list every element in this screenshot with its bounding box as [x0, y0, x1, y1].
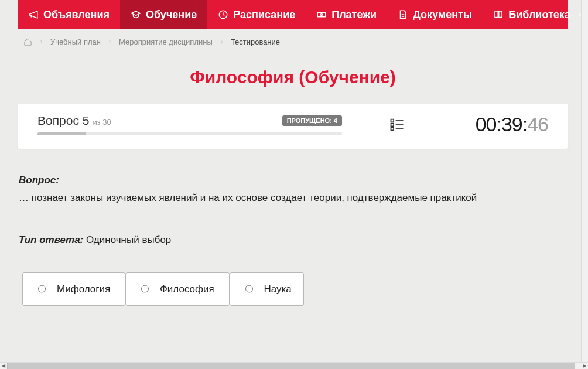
- timer-main: 00:39:: [476, 113, 528, 135]
- nav-label: Документы: [413, 9, 472, 21]
- scroll-track[interactable]: [7, 363, 581, 370]
- nav-label: Расписание: [233, 9, 295, 21]
- nav-announcements[interactable]: Объявления: [18, 0, 120, 29]
- vertical-scrollbar[interactable]: [581, 0, 588, 362]
- breadcrumb: Учебный план Мероприятие дисциплины Тест…: [18, 29, 568, 52]
- chevron-right-icon: [107, 39, 113, 45]
- nav-payments[interactable]: Платежи: [306, 0, 387, 29]
- scroll-thumb[interactable]: [7, 363, 575, 370]
- breadcrumb-link[interactable]: Мероприятие дисциплины: [119, 37, 213, 46]
- answer-option[interactable]: Философия: [125, 272, 230, 306]
- answer-type-value: Одиночный выбор: [86, 234, 171, 245]
- question-total: из 30: [93, 118, 111, 127]
- question-list-button[interactable]: [389, 117, 405, 133]
- timer-seconds: 46: [527, 113, 548, 135]
- svg-rect-4: [391, 123, 394, 126]
- progress-fill: [37, 132, 86, 135]
- timer: 00:39:46: [476, 113, 548, 136]
- nav-label: Библиотека: [508, 9, 570, 21]
- skipped-badge: ПРОПУЩЕНО: 4: [282, 115, 342, 126]
- chevron-right-icon: [38, 39, 45, 45]
- answer-radio[interactable]: [38, 285, 46, 293]
- money-icon: [316, 9, 327, 20]
- question-text: … познает законы изучаемых явлений и на …: [19, 191, 567, 205]
- nav-label: Объявления: [43, 9, 110, 21]
- svg-rect-5: [391, 127, 394, 130]
- horizontal-scrollbar[interactable]: ◀ ▶: [0, 362, 588, 369]
- answer-text: Наука: [264, 283, 292, 295]
- question-label: Вопрос:: [19, 175, 567, 186]
- answer-radio[interactable]: [245, 285, 253, 293]
- home-icon[interactable]: [23, 37, 32, 46]
- answers-list: Мифология Философия Наука: [18, 283, 568, 295]
- page-title: Философия (Обучение): [18, 67, 568, 87]
- breadcrumb-current: Тестирование: [231, 37, 280, 46]
- clock-icon: [218, 9, 228, 20]
- answer-type-label: Тип ответа:: [19, 234, 83, 245]
- answer-text: Философия: [160, 283, 214, 295]
- graduation-icon: [131, 9, 141, 20]
- progress-bar: [37, 132, 342, 135]
- question-block: Вопрос: … познает законы изучаемых явлен…: [18, 175, 568, 246]
- answer-text: Мифология: [57, 283, 110, 295]
- book-icon: [493, 9, 504, 20]
- nav-label: Платежи: [331, 9, 377, 21]
- megaphone-icon: [28, 9, 39, 20]
- answer-option[interactable]: Мифология: [22, 272, 125, 306]
- answer-radio[interactable]: [141, 285, 149, 293]
- nav-learning[interactable]: Обучение: [120, 0, 207, 29]
- doc-icon: [398, 9, 408, 20]
- nav-documents[interactable]: Документы: [387, 0, 483, 29]
- nav-label: Обучение: [146, 9, 197, 21]
- svg-rect-1: [317, 12, 326, 17]
- question-number: Вопрос 5: [37, 114, 89, 128]
- nav-library[interactable]: Библиотека: [483, 0, 581, 29]
- answer-option[interactable]: Наука: [230, 272, 304, 306]
- breadcrumb-link[interactable]: Учебный план: [50, 37, 101, 46]
- chevron-right-icon: [218, 39, 225, 45]
- svg-point-2: [321, 14, 323, 16]
- main-nav: Объявления Обучение Расписание Платежи Д…: [18, 0, 568, 29]
- status-card: Вопрос 5 из 30 ПРОПУЩЕНО: 4 00:39:46: [18, 104, 568, 149]
- nav-schedule[interactable]: Расписание: [207, 0, 306, 29]
- svg-rect-3: [391, 119, 394, 122]
- scroll-right-arrow[interactable]: ▶: [581, 363, 588, 370]
- scroll-left-arrow[interactable]: ◀: [0, 363, 7, 370]
